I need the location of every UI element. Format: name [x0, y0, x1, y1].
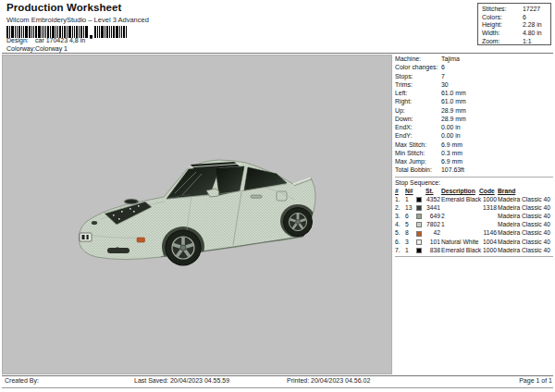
zoom-value: 1:1 [523, 38, 550, 46]
last-saved-text: Last Saved: 20/04/2023 04.55.59 [134, 377, 229, 384]
down-value: 28.9 mm [441, 115, 553, 123]
design-canvas [2, 55, 392, 374]
endy-label: EndY: [395, 131, 441, 140]
stitches-label: Stitches: [482, 6, 523, 14]
stops-value: 7 [441, 72, 553, 80]
row-num: 6. [395, 238, 404, 246]
header-divider [2, 53, 553, 54]
row-num: 1. [395, 195, 404, 203]
endx-label: EndX: [395, 123, 441, 131]
col-brand: Brand [498, 187, 553, 195]
endy-value: 0.00 in [441, 131, 553, 140]
left-label: Left: [395, 89, 441, 97]
color-swatch [416, 197, 422, 202]
design-barcode [6, 26, 127, 38]
row-num: 4. [395, 220, 404, 228]
down-label: Down: [395, 115, 441, 123]
stop-sequence-title: Stop Sequence: [395, 178, 553, 188]
color-swatch [416, 205, 422, 211]
printed-text: Printed: 20/04/2023 04.56.02 [287, 377, 370, 384]
left-value: 61.0 mm [441, 89, 553, 97]
row-num: 5. [395, 228, 404, 237]
col-st: St. [426, 187, 440, 195]
design-summary-box: Stitches:17227 Colors:6 Height:2.28 in W… [477, 3, 551, 45]
colorway-label: Colorway: [6, 45, 35, 52]
col-description: Description [441, 187, 478, 195]
min-stitch-label: Min Stitch: [395, 149, 441, 157]
width-value: 4.80 in [523, 30, 550, 38]
colors-value: 6 [523, 14, 550, 22]
stop-sequence-table: # N# St. Description Code Brand 1.14352E… [395, 187, 553, 254]
design-label: Design: [6, 37, 35, 43]
color-swatch [416, 214, 422, 219]
machine-value: Tajima [441, 55, 553, 63]
height-label: Height: [482, 21, 523, 30]
col-n: N# [405, 187, 415, 195]
min-stitch-value: 0.3 mm [441, 149, 553, 157]
max-jump-label: Max Jump: [395, 157, 441, 165]
colorway-value: Colorway 1 [35, 45, 68, 52]
front-wheel [166, 230, 201, 265]
col-code: Code [479, 187, 497, 195]
page-title: Production Worksheet [6, 2, 121, 13]
production-worksheet: Production Worksheet Wilcom EmbroiderySt… [0, 0, 555, 392]
rear-wheel [284, 208, 313, 237]
color-swatch [416, 248, 422, 253]
page-number: Page 1 of 1 [519, 377, 552, 384]
color-swatch [416, 222, 422, 227]
design-value: car 170423 4,8 in [35, 37, 85, 43]
row-num: 7. [395, 246, 404, 254]
colors-label: Colors: [482, 14, 523, 22]
stops-label: Stops: [395, 72, 441, 80]
footer-divider [2, 375, 553, 376]
barcode-bars-group2 [94, 26, 127, 38]
total-bobbin-label: Total Bobbin: [395, 165, 441, 174]
created-by-label: Created By: [5, 377, 39, 384]
stop-sequence-section: Stop Sequence: # N# St. Description Code… [395, 177, 553, 257]
machine-label: Machine: [395, 55, 441, 63]
up-value: 28.9 mm [441, 106, 553, 115]
total-bobbin-value: 107.63ft [441, 165, 553, 174]
stitches-value: 17227 [523, 6, 550, 14]
barcode-bars-group1 [6, 26, 88, 38]
car-embroidery-preview [52, 149, 329, 278]
trims-value: 30 [441, 80, 553, 89]
col-num: # [395, 187, 404, 195]
max-stitch-value: 6.9 mm [441, 141, 553, 149]
right-label: Right: [395, 97, 441, 105]
footer-bottom-divider [2, 387, 553, 388]
zoom-label: Zoom: [482, 38, 523, 46]
row-num: 2. [395, 203, 404, 212]
colorway-row: Colorway: Colorway 1 [6, 45, 68, 52]
right-value: 61.0 mm [441, 97, 553, 105]
table-bottom-divider [395, 254, 553, 257]
height-value: 2.28 in [523, 21, 550, 30]
design-name-row: Design: car 170423 4,8 in [6, 37, 85, 43]
app-subtitle: Wilcom EmbroideryStudio – Level 3 Advanc… [6, 16, 149, 24]
color-changes-label: Color changes: [395, 63, 441, 71]
trims-label: Trims: [395, 80, 441, 89]
row-num: 3. [395, 212, 404, 220]
max-stitch-label: Max Stitch: [395, 141, 441, 149]
machine-info: Machine:Tajima Color changes:6 Stops:7 T… [395, 55, 553, 257]
width-label: Width: [482, 30, 523, 38]
color-swatch [416, 231, 422, 237]
barcode-comma [90, 35, 92, 39]
max-jump-value: 6.9 mm [441, 157, 553, 165]
up-label: Up: [395, 106, 441, 115]
endx-value: 0.00 in [441, 123, 553, 131]
color-changes-value: 6 [441, 63, 553, 71]
color-swatch [416, 239, 422, 245]
